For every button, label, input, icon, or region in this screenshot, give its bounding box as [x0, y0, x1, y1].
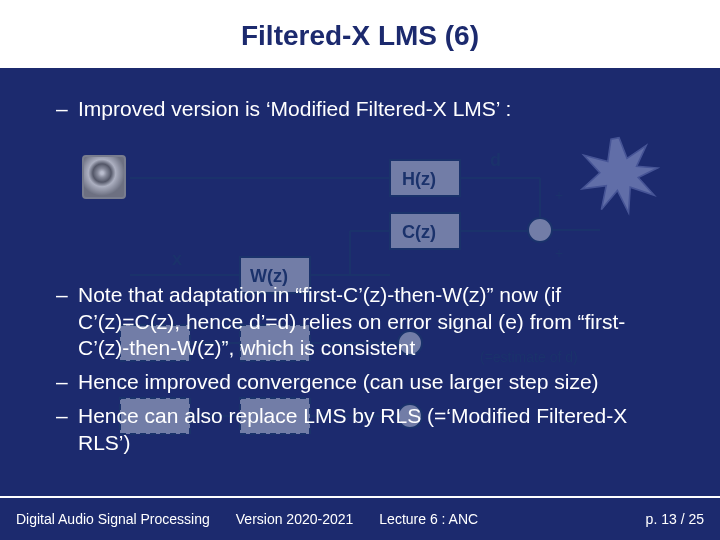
bullet-text: Note that adaptation in “first-C’(z)-the…	[78, 282, 664, 361]
bullet-dash: –	[56, 282, 78, 308]
content-area: – Improved version is ‘Modified Filtered…	[0, 72, 720, 456]
title-bar: Filtered-X LMS (6)	[0, 0, 720, 72]
bullet-dash: –	[56, 369, 78, 395]
bullet-text: Hence can also replace LMS by RLS (=‘Mod…	[78, 403, 664, 456]
bullet-text: Improved version is ‘Modified Filtered-X…	[78, 96, 511, 122]
bullet-item: – Hence can also replace LMS by RLS (=‘M…	[56, 403, 664, 456]
footer-version: Version 2020-2021	[236, 511, 354, 527]
footer-lecture: Lecture 6 : ANC	[379, 511, 478, 527]
footer: Digital Audio Signal Processing Version …	[0, 496, 720, 540]
page-title: Filtered-X LMS (6)	[241, 20, 479, 52]
footer-page: p. 13 / 25	[646, 511, 704, 527]
bullet-item: – Note that adaptation in “first-C’(z)-t…	[56, 282, 664, 361]
footer-course: Digital Audio Signal Processing	[16, 511, 210, 527]
bullet-text: Hence improved convergence (can use larg…	[78, 369, 599, 395]
diagram-gap	[56, 130, 664, 280]
bullet-dash: –	[56, 96, 78, 122]
title-underline	[0, 68, 720, 72]
bullet-item: – Hence improved convergence (can use la…	[56, 369, 664, 395]
bullet-item: – Improved version is ‘Modified Filtered…	[56, 96, 664, 122]
bullet-dash: –	[56, 403, 78, 429]
